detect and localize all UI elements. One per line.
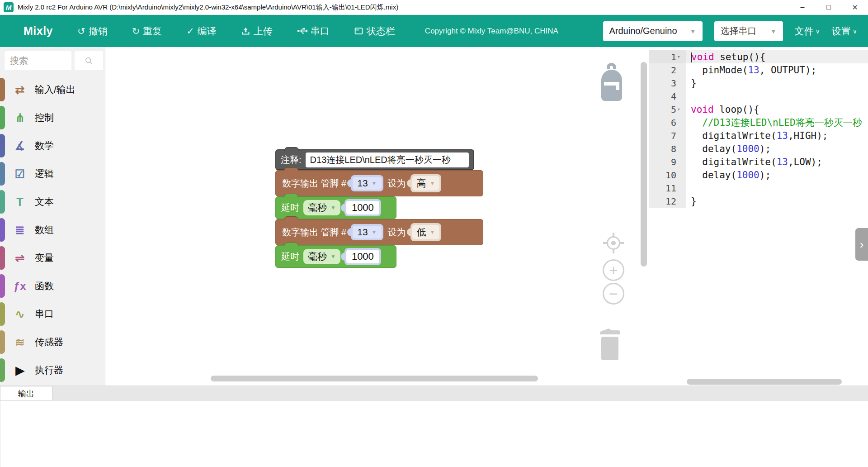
category-color-bar (0, 358, 5, 382)
sidebar-item-control[interactable]: ⋔ 控制 (0, 104, 105, 132)
close-button[interactable]: × (842, 0, 868, 14)
code-line-5: 5▾void loop(){ (649, 103, 868, 116)
category-color-bar (0, 330, 5, 354)
search-input[interactable] (5, 51, 71, 70)
mixly-window: M Mixly 2.0 rc2 For Arduino AVR (D:\mixl… (0, 0, 868, 467)
canvas-horizontal-scrollbar[interactable] (211, 376, 538, 381)
minimize-button[interactable]: – (789, 0, 816, 14)
code-text[interactable]: delay(1000); (686, 170, 771, 181)
delay-unit-dropdown[interactable]: 毫秒▼ (303, 249, 340, 264)
function-icon: ƒx (12, 280, 28, 293)
board-select[interactable]: Arduino/Genuino ▼ (603, 21, 703, 41)
sidebar-item-label: 数组 (35, 224, 54, 236)
code-text[interactable]: void loop(){ (686, 104, 760, 115)
delay-value-field[interactable]: 1000 (344, 248, 381, 265)
sidebar-item-actuator[interactable]: ▶ 执行器 (0, 356, 105, 384)
sidebar-item-logic[interactable]: ☑ 逻辑 (0, 160, 105, 188)
logic-icon: ☑ (12, 167, 28, 181)
code-horizontal-scrollbar[interactable] (687, 379, 842, 385)
code-text[interactable]: delay(1000); (686, 143, 771, 154)
serial-monitor-button[interactable]: 串口 (297, 25, 330, 38)
chevron-down-icon: ▼ (330, 253, 336, 260)
level-dropdown[interactable]: 低▼ (410, 223, 442, 241)
chevron-right-icon: › (860, 238, 864, 252)
backpack-icon[interactable] (598, 62, 626, 104)
line-number: 9▾ (649, 155, 686, 168)
sidebar-item-label: 传感器 (35, 336, 63, 348)
zoom-reset-button[interactable] (603, 233, 624, 253)
code-text[interactable]: void setup(){ (686, 52, 765, 62)
sidebar-item-sensor[interactable]: ≋ 传感器 (0, 328, 105, 356)
block-comment[interactable]: 注释: D13连接LED\nLED将亮一秒灭一秒 (275, 149, 474, 170)
delay-unit-dropdown[interactable]: 毫秒▼ (303, 200, 340, 215)
pin-dropdown[interactable]: 13▼ (351, 175, 383, 191)
chevron-down-icon: ▼ (690, 28, 696, 35)
fold-icon[interactable]: ▾ (677, 106, 683, 112)
search-button[interactable] (75, 51, 103, 70)
block-delay-1[interactable]: 延时 毫秒▼ 1000 (275, 196, 396, 219)
upload-button[interactable]: 上传 (241, 25, 273, 38)
delay-value-field[interactable]: 1000 (344, 199, 381, 216)
category-color-bar (0, 162, 5, 186)
blockly-canvas[interactable]: 注释: D13连接LED\nLED将亮一秒灭一秒 数字输出 管脚 # 13▼ 设… (105, 47, 649, 386)
text-icon: T (12, 195, 28, 209)
chevron-down-icon: ▼ (372, 229, 377, 235)
redo-button[interactable]: ↻ 重复 (132, 25, 162, 38)
code-line-1: 1▾void setup(){ (649, 50, 868, 63)
maximize-button[interactable]: □ (816, 0, 842, 14)
actuator-icon: ▶ (12, 364, 28, 377)
output-console (0, 400, 868, 467)
trash-icon[interactable] (595, 327, 625, 361)
line-number: 7▾ (649, 129, 686, 142)
code-text[interactable]: digitalWrite(13,LOW); (686, 157, 822, 167)
compile-button[interactable]: ✓ 编译 (186, 25, 217, 38)
fold-icon[interactable]: ▾ (677, 54, 683, 60)
tab-output[interactable]: 输出 (0, 386, 52, 400)
category-color-bar (0, 106, 5, 129)
code-text[interactable]: pinMode(13, OUTPUT); (686, 65, 816, 76)
sidebar-item-label: 串口 (35, 308, 54, 320)
statusbar-icon (354, 26, 363, 36)
code-text[interactable]: //D13连接LED\nLED将亮一秒灭一秒 (686, 116, 862, 129)
sidebar-item-math[interactable]: ∡ 数学 (0, 132, 105, 160)
code-text[interactable]: } (686, 78, 697, 89)
code-panel: 1▾void setup(){2▾ pinMode(13, OUTPUT);3▾… (649, 47, 868, 386)
level-dropdown[interactable]: 高▼ (410, 174, 442, 192)
sidebar-item-label: 控制 (35, 111, 54, 124)
code-line-6: 6▾ //D13连接LED\nLED将亮一秒灭一秒 (649, 116, 868, 129)
code-line-8: 8▾ delay(1000); (649, 142, 868, 155)
port-select[interactable]: 选择串口 ▼ (714, 21, 783, 41)
canvas-vertical-scrollbar[interactable] (641, 62, 647, 267)
sidebar-item-io[interactable]: ⇄ 输入/输出 (0, 76, 105, 104)
line-number: 10▾ (649, 168, 686, 181)
block-digital-write-2[interactable]: 数字输出 管脚 # 13▼ 设为 低▼ (275, 219, 483, 245)
pin-dropdown[interactable]: 13▼ (351, 224, 383, 240)
zoom-in-button[interactable]: + (603, 259, 624, 281)
category-color-bar (0, 218, 5, 242)
code-text[interactable]: } (686, 196, 697, 207)
block-digital-write-1[interactable]: 数字输出 管脚 # 13▼ 设为 高▼ (275, 170, 483, 196)
code-line-12: 12▾} (649, 195, 868, 208)
sidebar-item-serial[interactable]: ∿ 串口 (0, 300, 105, 328)
panel-expander-button[interactable]: › (855, 228, 868, 261)
comment-text-field[interactable]: D13连接LED\nLED将亮一秒灭一秒 (306, 152, 469, 167)
chevron-down-icon: ∨ (816, 28, 820, 35)
sidebar-item-function[interactable]: ƒx 函数 (0, 272, 105, 300)
redo-icon: ↻ (132, 26, 140, 36)
zoom-out-button[interactable]: − (603, 283, 624, 305)
chevron-down-icon: ▼ (372, 180, 377, 186)
undo-button[interactable]: ↺ 撤销 (77, 25, 108, 38)
workspace: ⇄ 输入/输出 ⋔ 控制 ∡ 数学 ☑ 逻辑 T 文本 ≣ 数组 ⇌ 变量 ƒx… (0, 47, 868, 386)
statusbar-toggle-button[interactable]: 状态栏 (354, 25, 395, 38)
block-delay-2[interactable]: 延时 毫秒▼ 1000 (275, 245, 396, 268)
category-color-bar (0, 274, 5, 298)
sidebar-item-array[interactable]: ≣ 数组 (0, 216, 105, 244)
sidebar-item-label: 文本 (35, 195, 54, 208)
sidebar-item-text[interactable]: T 文本 (0, 188, 105, 216)
settings-menu[interactable]: 设置 ∨ (832, 25, 857, 38)
file-menu[interactable]: 文件 ∨ (795, 25, 820, 38)
sidebar-item-variable[interactable]: ⇌ 变量 (0, 244, 105, 272)
code-line-10: 10▾ delay(1000); (649, 168, 868, 181)
serial-icon: ∿ (12, 308, 28, 321)
code-text[interactable]: digitalWrite(13,HIGH); (686, 130, 828, 141)
